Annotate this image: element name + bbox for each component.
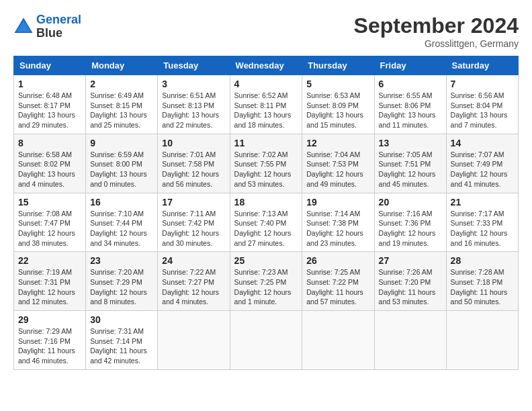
day-info: Sunrise: 6:55 AM Sunset: 8:06 PM Dayligh… <box>379 91 442 130</box>
day-info: Sunrise: 7:22 AM Sunset: 7:27 PM Dayligh… <box>162 267 225 307</box>
weekday-header-cell: Thursday <box>302 56 374 75</box>
day-number: 1 <box>18 79 81 89</box>
calendar-day-cell: 23Sunrise: 7:20 AM Sunset: 7:29 PM Dayli… <box>86 252 158 311</box>
day-info: Sunrise: 7:16 AM Sunset: 7:36 PM Dayligh… <box>379 209 442 248</box>
weekday-header-cell: Tuesday <box>158 56 230 75</box>
day-number: 28 <box>451 255 514 266</box>
day-number: 8 <box>18 138 81 148</box>
day-info: Sunrise: 7:02 AM Sunset: 7:55 PM Dayligh… <box>234 150 298 189</box>
day-info: Sunrise: 7:14 AM Sunset: 7:38 PM Dayligh… <box>306 209 369 248</box>
calendar-day-cell: 27Sunrise: 7:26 AM Sunset: 7:20 PM Dayli… <box>374 252 446 311</box>
day-number: 15 <box>18 197 81 208</box>
calendar-day-cell: 5Sunrise: 6:53 AM Sunset: 8:09 PM Daylig… <box>302 75 374 134</box>
day-number: 6 <box>379 79 442 89</box>
day-info: Sunrise: 6:49 AM Sunset: 8:15 PM Dayligh… <box>90 91 153 130</box>
day-info: Sunrise: 7:01 AM Sunset: 7:58 PM Dayligh… <box>162 150 225 189</box>
calendar-day-cell: 1Sunrise: 6:48 AM Sunset: 8:17 PM Daylig… <box>14 75 86 134</box>
day-info: Sunrise: 7:29 AM Sunset: 7:16 PM Dayligh… <box>18 326 81 366</box>
day-number: 2 <box>90 79 153 89</box>
day-info: Sunrise: 7:23 AM Sunset: 7:25 PM Dayligh… <box>234 267 298 307</box>
calendar-day-cell: 29Sunrise: 7:29 AM Sunset: 7:16 PM Dayli… <box>14 311 86 370</box>
calendar-day-cell <box>302 311 374 370</box>
calendar-day-cell: 25Sunrise: 7:23 AM Sunset: 7:25 PM Dayli… <box>230 252 302 311</box>
day-info: Sunrise: 7:17 AM Sunset: 7:33 PM Dayligh… <box>451 209 514 248</box>
calendar-body: 1Sunrise: 6:48 AM Sunset: 8:17 PM Daylig… <box>14 75 519 370</box>
calendar-week-row: 15Sunrise: 7:08 AM Sunset: 7:47 PM Dayli… <box>14 193 519 252</box>
calendar-day-cell: 10Sunrise: 7:01 AM Sunset: 7:58 PM Dayli… <box>158 134 230 193</box>
day-number: 11 <box>234 138 298 148</box>
calendar-day-cell <box>158 311 230 370</box>
calendar-week-row: 1Sunrise: 6:48 AM Sunset: 8:17 PM Daylig… <box>14 75 519 134</box>
page-header: GeneralBlue September 2024 Grosslittgen,… <box>13 13 519 49</box>
day-number: 16 <box>90 197 153 208</box>
calendar-day-cell: 28Sunrise: 7:28 AM Sunset: 7:18 PM Dayli… <box>446 252 518 311</box>
day-number: 18 <box>234 197 298 208</box>
day-number: 27 <box>379 255 442 266</box>
calendar-day-cell: 20Sunrise: 7:16 AM Sunset: 7:36 PM Dayli… <box>374 193 446 252</box>
day-number: 5 <box>306 79 369 89</box>
logo-icon <box>13 17 34 37</box>
calendar-day-cell: 4Sunrise: 6:52 AM Sunset: 8:11 PM Daylig… <box>230 75 302 134</box>
logo: GeneralBlue <box>13 13 81 40</box>
day-number: 30 <box>90 314 153 325</box>
day-info: Sunrise: 7:26 AM Sunset: 7:20 PM Dayligh… <box>379 267 442 307</box>
day-number: 29 <box>18 314 81 325</box>
day-info: Sunrise: 7:19 AM Sunset: 7:31 PM Dayligh… <box>18 267 81 307</box>
weekday-header-cell: Saturday <box>446 56 518 75</box>
day-info: Sunrise: 7:28 AM Sunset: 7:18 PM Dayligh… <box>451 267 514 307</box>
calendar-day-cell: 14Sunrise: 7:07 AM Sunset: 7:49 PM Dayli… <box>446 134 518 193</box>
weekday-header-cell: Wednesday <box>230 56 302 75</box>
day-info: Sunrise: 6:48 AM Sunset: 8:17 PM Dayligh… <box>18 91 81 130</box>
title-block: September 2024 Grosslittgen, Germany <box>354 13 519 49</box>
day-info: Sunrise: 7:08 AM Sunset: 7:47 PM Dayligh… <box>18 209 81 248</box>
weekday-header-cell: Sunday <box>14 56 86 75</box>
day-number: 26 <box>306 255 369 266</box>
day-number: 17 <box>162 197 225 208</box>
calendar-day-cell: 15Sunrise: 7:08 AM Sunset: 7:47 PM Dayli… <box>14 193 86 252</box>
day-number: 23 <box>90 255 153 266</box>
day-number: 4 <box>234 79 298 89</box>
day-number: 9 <box>90 138 153 148</box>
day-info: Sunrise: 7:11 AM Sunset: 7:42 PM Dayligh… <box>162 209 225 248</box>
calendar-day-cell: 3Sunrise: 6:51 AM Sunset: 8:13 PM Daylig… <box>158 75 230 134</box>
day-number: 19 <box>306 197 369 208</box>
day-info: Sunrise: 7:05 AM Sunset: 7:51 PM Dayligh… <box>379 150 442 189</box>
weekday-header-cell: Friday <box>374 56 446 75</box>
day-info: Sunrise: 6:58 AM Sunset: 8:02 PM Dayligh… <box>18 150 81 189</box>
day-number: 3 <box>162 79 225 89</box>
calendar-day-cell: 30Sunrise: 7:31 AM Sunset: 7:14 PM Dayli… <box>86 311 158 370</box>
day-info: Sunrise: 6:53 AM Sunset: 8:09 PM Dayligh… <box>306 91 369 130</box>
calendar-day-cell: 24Sunrise: 7:22 AM Sunset: 7:27 PM Dayli… <box>158 252 230 311</box>
calendar-day-cell: 6Sunrise: 6:55 AM Sunset: 8:06 PM Daylig… <box>374 75 446 134</box>
calendar-day-cell: 22Sunrise: 7:19 AM Sunset: 7:31 PM Dayli… <box>14 252 86 311</box>
day-info: Sunrise: 7:25 AM Sunset: 7:22 PM Dayligh… <box>306 267 369 307</box>
day-info: Sunrise: 6:59 AM Sunset: 8:00 PM Dayligh… <box>90 150 153 189</box>
day-info: Sunrise: 7:13 AM Sunset: 7:40 PM Dayligh… <box>234 209 298 248</box>
day-info: Sunrise: 7:10 AM Sunset: 7:44 PM Dayligh… <box>90 209 153 248</box>
calendar-day-cell: 7Sunrise: 6:56 AM Sunset: 8:04 PM Daylig… <box>446 75 518 134</box>
calendar-day-cell: 8Sunrise: 6:58 AM Sunset: 8:02 PM Daylig… <box>14 134 86 193</box>
calendar-day-cell <box>374 311 446 370</box>
calendar-day-cell: 21Sunrise: 7:17 AM Sunset: 7:33 PM Dayli… <box>446 193 518 252</box>
calendar-day-cell: 17Sunrise: 7:11 AM Sunset: 7:42 PM Dayli… <box>158 193 230 252</box>
day-number: 22 <box>18 255 81 266</box>
month-title: September 2024 <box>354 13 519 38</box>
calendar-table: SundayMondayTuesdayWednesdayThursdayFrid… <box>13 56 519 370</box>
logo-text: GeneralBlue <box>36 13 81 40</box>
calendar-day-cell: 12Sunrise: 7:04 AM Sunset: 7:53 PM Dayli… <box>302 134 374 193</box>
day-info: Sunrise: 7:07 AM Sunset: 7:49 PM Dayligh… <box>451 150 514 189</box>
calendar-day-cell <box>230 311 302 370</box>
weekday-header-row: SundayMondayTuesdayWednesdayThursdayFrid… <box>14 56 519 75</box>
day-number: 10 <box>162 138 225 148</box>
calendar-day-cell: 9Sunrise: 6:59 AM Sunset: 8:00 PM Daylig… <box>86 134 158 193</box>
day-number: 12 <box>306 138 369 148</box>
calendar-week-row: 22Sunrise: 7:19 AM Sunset: 7:31 PM Dayli… <box>14 252 519 311</box>
calendar-day-cell: 2Sunrise: 6:49 AM Sunset: 8:15 PM Daylig… <box>86 75 158 134</box>
day-info: Sunrise: 6:51 AM Sunset: 8:13 PM Dayligh… <box>162 91 225 130</box>
calendar-day-cell <box>446 311 518 370</box>
calendar-week-row: 8Sunrise: 6:58 AM Sunset: 8:02 PM Daylig… <box>14 134 519 193</box>
calendar-day-cell: 11Sunrise: 7:02 AM Sunset: 7:55 PM Dayli… <box>230 134 302 193</box>
location: Grosslittgen, Germany <box>354 38 519 49</box>
day-number: 7 <box>451 79 514 89</box>
day-number: 14 <box>451 138 514 148</box>
